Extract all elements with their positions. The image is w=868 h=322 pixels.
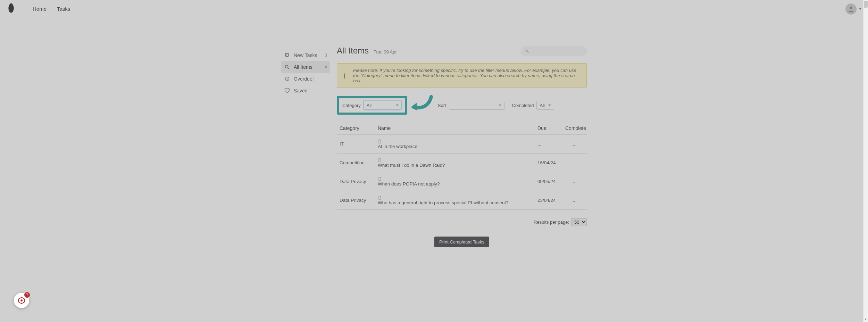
cell-category: Competition Law (337, 154, 375, 172)
cell-name: Who has a general right to process speci… (375, 191, 535, 210)
sidebar-item-saved[interactable]: Saved (281, 85, 330, 97)
col-header-category: Category (337, 122, 375, 135)
svg-line-7 (528, 52, 529, 53)
cell-due: 16/04/24 (535, 154, 562, 172)
widget-badge: 7 (24, 292, 30, 298)
avatar-caret-icon[interactable]: ▾ (859, 7, 861, 11)
cell-category: Data Privacy (337, 172, 375, 191)
filter-completed-value: All (540, 103, 544, 108)
sidebar: New Tasks 3 All Items 4 Overdue! (281, 46, 330, 322)
svg-line-4 (288, 68, 289, 69)
sidebar-item-label: New Tasks (294, 52, 317, 58)
svg-point-8 (20, 299, 23, 302)
vertical-scrollbar[interactable]: ▾ (863, 0, 868, 322)
sidebar-item-label: Overdue! (294, 76, 314, 82)
page: New Tasks 3 All Items 4 Overdue! (0, 18, 868, 322)
clock-icon (284, 76, 290, 82)
filter-category-select[interactable]: All (364, 101, 402, 110)
cell-category: IT (337, 135, 375, 154)
print-completed-button[interactable]: Print Completed Tasks (434, 237, 489, 247)
info-notice: i Please note: If you're looking for som… (337, 63, 587, 88)
search-icon (525, 49, 529, 53)
pager: Results per page: 50 (337, 218, 587, 226)
filter-completed-label: Completed (512, 103, 534, 108)
search-icon (284, 64, 290, 70)
heart-icon (284, 88, 290, 94)
filter-completed-group: Completed All (510, 99, 556, 112)
widget-icon (17, 296, 26, 305)
cell-complete: ... (562, 135, 587, 154)
page-date: Tue, 09 Apr (374, 49, 397, 55)
notice-text: Please note: If you're looking for somet… (353, 68, 581, 83)
search-input[interactable] (532, 48, 583, 54)
user-icon (847, 5, 855, 13)
table-row[interactable]: Competition LawWhat must I do in a Dawn … (337, 154, 587, 172)
pager-label: Results per page: (534, 220, 569, 225)
col-header-due: Due (535, 122, 562, 135)
table-row[interactable]: Data PrivacyWhen does POPIA not apply?09… (337, 172, 587, 191)
filter-completed-select[interactable]: All (536, 101, 554, 110)
svg-point-0 (850, 6, 852, 9)
nav-home[interactable]: Home (33, 6, 47, 12)
sidebar-item-count: 3 (325, 53, 327, 58)
avatar[interactable] (845, 3, 857, 15)
page-title: All Items (337, 46, 369, 56)
cell-name: AI in the workplace (375, 135, 535, 154)
table-row[interactable]: ITAI in the workplace...... (337, 135, 587, 154)
scrollbar-down-icon[interactable]: ▾ (863, 317, 868, 321)
cell-due: ... (535, 135, 562, 154)
sidebar-item-count: 4 (325, 65, 327, 69)
col-header-complete: Complete (562, 122, 587, 135)
nav-tasks[interactable]: Tasks (57, 6, 70, 12)
pager-select[interactable]: 50 (571, 218, 587, 226)
cell-due: 09/05/24 (535, 172, 562, 191)
sidebar-item-overdue[interactable]: Overdue! (281, 73, 330, 85)
svg-point-3 (285, 65, 288, 68)
cell-complete: ... (562, 172, 587, 191)
cell-due: 23/04/24 (535, 191, 562, 210)
callout-arrow-icon (409, 95, 434, 116)
table-row[interactable]: Data PrivacyWho has a general right to p… (337, 191, 587, 210)
cell-complete: ... (562, 191, 587, 210)
sidebar-item-label: All Items (294, 64, 312, 70)
svg-point-6 (526, 50, 528, 52)
filter-sort-group: Sort (436, 99, 507, 112)
sidebar-item-all-items[interactable]: All Items 4 (281, 61, 330, 73)
tasks-table: Category Name Due Complete ITAI in the w… (337, 122, 587, 210)
topbar-right: ▾ (845, 3, 861, 15)
copy-icon (284, 52, 290, 58)
info-icon: i (343, 71, 346, 81)
filter-category-label: Category (342, 103, 361, 108)
filter-category-group: Category All (337, 96, 407, 115)
cell-name: What must I do in a Dawn Raid? (375, 154, 535, 172)
title-row: All Items Tue, 09 Apr (337, 46, 587, 56)
filter-sort-select[interactable] (449, 101, 504, 110)
app-logo (7, 3, 15, 15)
sidebar-item-new-tasks[interactable]: New Tasks 3 (281, 49, 330, 61)
cell-complete: ... (562, 154, 587, 172)
main: All Items Tue, 09 Apr i Please note: If … (337, 46, 587, 322)
col-header-name: Name (375, 122, 535, 135)
topbar: Home Tasks ▾ (0, 0, 868, 18)
help-widget[interactable]: 7 (14, 293, 29, 308)
nav-links: Home Tasks (33, 6, 70, 12)
cell-category: Data Privacy (337, 191, 375, 210)
search-box[interactable] (521, 46, 587, 56)
cell-name: When does POPIA not apply? (375, 172, 535, 191)
filters: Category All Sort Completed (337, 95, 587, 116)
filter-sort-label: Sort (438, 103, 446, 108)
scrollbar-thumb[interactable] (864, 1, 868, 8)
filter-category-value: All (367, 103, 372, 108)
sidebar-item-label: Saved (294, 88, 308, 93)
